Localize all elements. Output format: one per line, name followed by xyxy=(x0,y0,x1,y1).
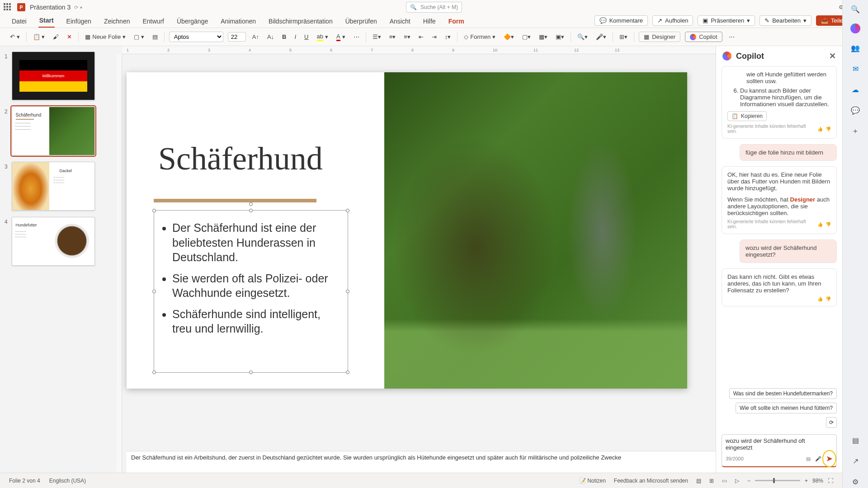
suggestion-chip[interactable]: Wie oft sollte ich meinen Hund füttern? xyxy=(736,403,837,413)
tab-bildschirm[interactable]: Bildschirmpräsentation xyxy=(268,15,334,28)
format-painter-button[interactable]: 🖌 xyxy=(51,33,61,41)
shape-fill-button[interactable]: 🔶▾ xyxy=(502,33,516,41)
thumbs-down-icon[interactable]: 👎 xyxy=(826,127,831,131)
present-button[interactable]: ▣ Präsentieren ▾ xyxy=(698,15,755,26)
section-button[interactable]: ▤ xyxy=(151,33,160,41)
tab-einfuegen[interactable]: Einfügen xyxy=(66,15,92,28)
search-icon[interactable]: 🔍 xyxy=(849,3,862,15)
sorter-view-icon[interactable]: ⊞ xyxy=(709,478,714,484)
tab-ansicht[interactable]: Ansicht xyxy=(389,15,411,28)
delete-button[interactable]: ✕ xyxy=(65,33,74,41)
external-icon[interactable]: ↗ xyxy=(849,455,862,467)
bullets-button[interactable]: ☰▾ xyxy=(371,33,383,41)
more-button[interactable]: ⋯ xyxy=(727,33,736,41)
tab-uebergaenge[interactable]: Übergänge xyxy=(176,15,209,28)
shapes-button[interactable]: ◇ Formen ▾ xyxy=(462,33,497,41)
app-launcher-icon[interactable] xyxy=(4,3,12,11)
onedrive-icon[interactable]: ☁ xyxy=(849,83,862,96)
add-app-icon[interactable]: ＋ xyxy=(849,125,862,137)
thumb-1[interactable]: 1 Willkommen xyxy=(5,52,95,100)
panel-icon[interactable]: ▤ xyxy=(849,434,862,446)
outlook-icon[interactable]: ✉ xyxy=(849,62,862,75)
tab-hilfe[interactable]: Hilfe xyxy=(422,15,437,28)
tab-entwurf[interactable]: Entwurf xyxy=(142,15,165,28)
skype-icon[interactable]: 💬 xyxy=(849,104,862,117)
reading-view-icon[interactable]: ▭ xyxy=(722,478,727,484)
slide-indicator[interactable]: Folie 2 von 4 xyxy=(9,478,40,484)
settings-side-icon[interactable]: ⚙ xyxy=(849,475,862,488)
thumb-3[interactable]: 3 Dackel • ————• ————• ———— xyxy=(5,162,95,211)
underline-button[interactable]: U xyxy=(302,33,310,41)
zoom-in-button[interactable]: + xyxy=(805,478,808,484)
addins-button[interactable]: ⊞▾ xyxy=(618,33,629,41)
numbering-button[interactable]: ≡▾ xyxy=(387,33,398,41)
thumb-2[interactable]: 2 Schäferhund • ——————• ——————• —————— xyxy=(5,107,95,155)
suggestion-chip[interactable]: Was sind die besten Hundefuttermarken? xyxy=(729,388,837,399)
slide-canvas[interactable]: Schäferhund Der Schäferhund ist eine der… xyxy=(127,72,687,389)
mic-icon[interactable]: 🎤 xyxy=(815,456,821,462)
bullet-2[interactable]: Sie werden oft als Polizei- oder Wachhun… xyxy=(172,271,340,300)
edit-button[interactable]: ✎ Bearbeiten ▾ xyxy=(760,15,811,26)
thumbs-up-icon[interactable]: 👍 xyxy=(817,127,823,131)
tab-datei[interactable]: Datei xyxy=(11,15,28,28)
find-button[interactable]: 🔍▾ xyxy=(576,33,590,41)
tab-animationen[interactable]: Animationen xyxy=(220,15,257,28)
feedback-link[interactable]: Feedback an Microsoft senden xyxy=(614,478,688,484)
font-name-select[interactable]: Aptos xyxy=(169,32,223,42)
thumbs-down-icon[interactable]: 👎 xyxy=(826,296,831,301)
normal-view-icon[interactable]: ▤ xyxy=(696,478,701,484)
indent-increase-button[interactable]: ⇥ xyxy=(430,33,439,41)
bullet-3[interactable]: Schäferhunde sind intelligent, treu und … xyxy=(172,307,340,336)
copilot-button[interactable]: Copilot xyxy=(685,32,722,42)
attach-icon[interactable]: ▤ xyxy=(806,456,811,462)
arrange-button[interactable]: ▦▾ xyxy=(537,33,549,41)
designer-button[interactable]: ▦ Designer xyxy=(639,32,680,42)
language-indicator[interactable]: Englisch (USA) xyxy=(49,478,86,484)
slide-title[interactable]: Schäferhund xyxy=(158,140,323,178)
bullet-1[interactable]: Der Schäferhund ist eine der beliebteste… xyxy=(172,221,340,265)
catchup-button[interactable]: ↗ Aufholen xyxy=(652,15,693,26)
group-button[interactable]: ▣▾ xyxy=(554,33,566,41)
thumb-4[interactable]: 4 Hundefutter • ————• ————• ———— xyxy=(5,217,95,266)
copy-button[interactable]: 📋 Kopieren xyxy=(727,111,767,121)
bold-button[interactable]: B xyxy=(280,33,288,41)
close-copilot-button[interactable]: ✕ xyxy=(829,51,836,61)
italic-button[interactable]: I xyxy=(292,33,298,41)
dictate-button[interactable]: 🎤▾ xyxy=(594,33,608,41)
new-slide-button[interactable]: ▦ Neue Folie ▾ xyxy=(83,33,127,41)
send-button[interactable]: ➤ xyxy=(826,454,833,464)
line-spacing-button[interactable]: ↕▾ xyxy=(443,33,453,41)
thumbs-down-icon[interactable]: 👎 xyxy=(826,222,831,227)
chevron-down-icon[interactable]: ▾ xyxy=(80,5,82,10)
grow-font-button[interactable]: A↑ xyxy=(250,33,261,41)
refresh-suggestions-button[interactable]: ⟳ xyxy=(826,417,837,428)
thumbs-up-icon[interactable]: 👍 xyxy=(817,296,823,301)
slideshow-view-icon[interactable]: ▷ xyxy=(735,478,739,484)
zoom-out-button[interactable]: − xyxy=(747,478,750,484)
copilot-side-icon[interactable] xyxy=(850,23,860,33)
layout-button[interactable]: ▢ ▾ xyxy=(132,33,146,41)
zoom-level[interactable]: 98% xyxy=(812,478,823,484)
tab-ueberpruefen[interactable]: Überprüfen xyxy=(344,15,378,28)
comments-button[interactable]: 💬 Kommentare xyxy=(594,15,648,26)
paste-button[interactable]: 📋 ▾ xyxy=(31,33,47,41)
font-size-input[interactable] xyxy=(228,32,246,42)
fit-to-window-button[interactable]: ⛶ xyxy=(828,478,833,484)
thumbs-up-icon[interactable]: 👍 xyxy=(817,222,823,227)
tab-zeichnen[interactable]: Zeichnen xyxy=(103,15,131,28)
indent-decrease-button[interactable]: ⇤ xyxy=(417,33,425,41)
tab-form[interactable]: Form xyxy=(448,15,465,28)
align-button[interactable]: ≡▾ xyxy=(402,33,412,41)
copilot-input[interactable]: wozu wird der Schäferhund oft eingesetzt… xyxy=(722,434,837,467)
font-color-button[interactable]: A ▾ xyxy=(335,32,347,42)
teams-icon[interactable]: 👥 xyxy=(849,42,862,54)
more-font-button[interactable]: ⋯ xyxy=(352,33,361,41)
designer-link[interactable]: Designer xyxy=(790,196,816,203)
highlight-button[interactable]: ab ▾ xyxy=(315,32,330,42)
notes-toggle[interactable]: 📝 Notizen xyxy=(579,478,606,484)
slide-image[interactable] xyxy=(384,72,687,389)
shrink-font-button[interactable]: A↓ xyxy=(265,33,276,41)
search-input[interactable]: 🔍 Suche (Alt + M) xyxy=(406,2,462,13)
shape-outline-button[interactable]: ▢▾ xyxy=(520,33,533,41)
tab-start[interactable]: Start xyxy=(38,14,55,28)
